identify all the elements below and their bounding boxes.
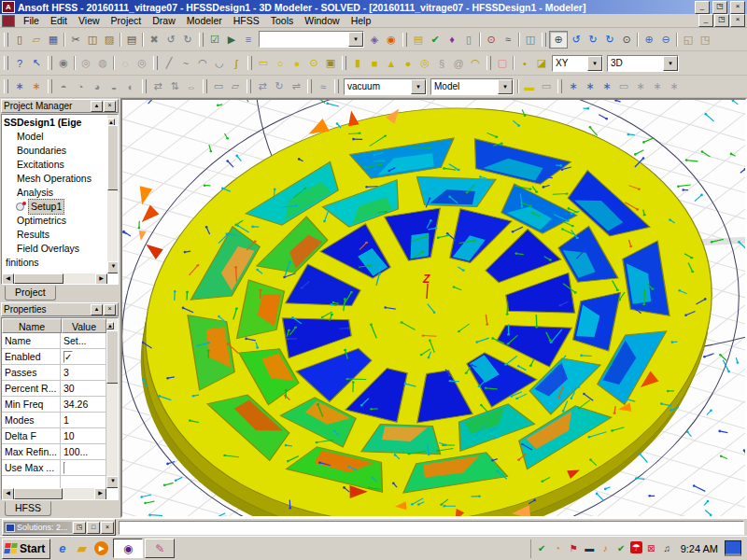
properties-collapse-button[interactable]: ▴ (91, 304, 103, 315)
properties-title-bar[interactable]: Properties ▴ × (1, 302, 119, 316)
show-selection-icon[interactable]: ◍ (94, 55, 111, 71)
hide-all-icon[interactable]: ◌ (117, 55, 134, 71)
modeler-3d-viewport[interactable]: Z (120, 98, 747, 518)
toolbar-grip[interactable] (153, 56, 158, 70)
draw-ellipse-icon[interactable]: ○ (272, 55, 289, 71)
drawing-plane-combo[interactable]: XY▾ (552, 55, 603, 72)
new-icon[interactable]: ▯ (11, 32, 28, 48)
draw-oval-icon[interactable]: ⊙ (305, 55, 322, 71)
cs-view-icon[interactable]: ▭ (615, 78, 632, 94)
toolbar-grip[interactable] (48, 79, 52, 93)
menu-hfss[interactable]: HFSS (228, 15, 265, 26)
internet-explorer-icon[interactable]: e (53, 539, 71, 557)
align-y-icon[interactable]: ⇅ (166, 78, 183, 94)
zoom-in-icon[interactable]: ⊕ (641, 32, 657, 48)
property-row-enabled[interactable]: Enabled✓ (2, 349, 106, 365)
mdi-restore-button[interactable]: ◳ (714, 14, 729, 27)
intersect-icon[interactable]: ◕ (89, 78, 106, 94)
draw-spiral-icon[interactable]: @ (450, 55, 467, 71)
view-orientation-combo[interactable]: 3D▾ (607, 55, 679, 72)
toolbar-grip[interactable] (4, 79, 8, 93)
menu-file[interactable]: File (18, 15, 45, 26)
properties-header-name[interactable]: Name (2, 318, 62, 333)
non-model-object-icon[interactable]: ▢ (494, 55, 511, 71)
draw-region-icon[interactable]: ▣ (322, 55, 339, 71)
properties-hscrollbar[interactable]: ◀▶ (2, 488, 106, 499)
material-combo[interactable]: vacuum▾ (344, 78, 427, 95)
minimize-button[interactable]: _ (695, 1, 710, 14)
mdi-document-icon[interactable] (2, 15, 15, 27)
draw-sphere-icon[interactable]: ● (400, 55, 416, 71)
solution-setup-combo-dropdown-arrow[interactable]: ▾ (348, 32, 363, 47)
duplicate-line-icon[interactable]: ⇄ (254, 78, 271, 94)
mirror-icon[interactable]: ⇔ (183, 78, 200, 94)
solutions-minimized-window[interactable]: Solutions: 2... ◳ □ × (2, 519, 116, 536)
pan-icon[interactable]: ⊕ (549, 31, 568, 49)
volume-icon[interactable]: ♫ (660, 541, 674, 555)
solution-data-icon[interactable]: ▯ (460, 32, 477, 48)
cs-create-icon[interactable]: ∗ (565, 78, 582, 94)
wireframe-display-icon[interactable]: ▭ (538, 78, 555, 94)
toolbar-grip[interactable] (307, 79, 312, 93)
toolbar-grip[interactable] (142, 79, 147, 93)
zoom-window-icon[interactable]: ◱ (680, 32, 697, 48)
delete-icon[interactable]: ✖ (146, 32, 162, 48)
material-combo-dropdown-arrow[interactable]: ▾ (411, 79, 426, 94)
undo-icon[interactable]: ↺ (162, 32, 179, 48)
rotate-model-icon[interactable]: ↺ (568, 32, 585, 48)
show-all-icon[interactable]: ◎ (134, 55, 150, 71)
tree-item-optimetrics[interactable]: Optimetrics (4, 214, 106, 228)
explorer-folder-icon[interactable]: ▰ (73, 539, 91, 557)
property-row-use-max-[interactable]: Use Max ... (2, 460, 106, 476)
menu-project[interactable]: Project (106, 15, 148, 26)
redo-icon[interactable]: ↻ (179, 32, 196, 48)
property-value[interactable] (61, 460, 106, 476)
property-checkbox[interactable]: ✓ (63, 351, 73, 363)
property-row-modes[interactable]: Modes1 (2, 413, 106, 428)
solution-setup-combo[interactable]: ▾ (259, 31, 364, 48)
property-row-min-freq[interactable]: Min Freq34.26 (2, 397, 106, 413)
draw-rectangle-icon[interactable]: ▭ (255, 55, 272, 71)
menu-draw[interactable]: Draw (147, 15, 181, 26)
tree-item-results[interactable]: Results (4, 228, 106, 242)
model-combo[interactable]: Model▾ (430, 78, 514, 95)
project-tree-hscrollbar[interactable]: ◀▶ (2, 273, 107, 284)
windows-update-icon[interactable]: ◔ (551, 541, 565, 555)
fit-all-icon[interactable]: ◳ (697, 32, 713, 48)
close-button[interactable]: × (730, 1, 745, 14)
analyze-all-icon[interactable]: ▶ (223, 32, 240, 48)
toolbar-grip[interactable] (199, 33, 204, 47)
mdi-minimize-button[interactable]: _ (698, 14, 713, 27)
avira-icon[interactable]: ☂ (630, 541, 642, 553)
duplicate-around-axis-icon[interactable]: ↻ (271, 78, 288, 94)
zoom-out-icon[interactable]: ⊖ (657, 32, 674, 48)
draw-spline-icon[interactable]: ~ (177, 55, 194, 71)
safely-remove-hardware-icon[interactable]: ✔ (535, 541, 549, 555)
title-bar[interactable]: A Ansoft HFSS - 20160111_vitrage07 - HFS… (0, 0, 747, 14)
output-variables-icon[interactable]: ♦ (444, 32, 460, 48)
save-icon[interactable]: ▦ (45, 32, 62, 48)
draw-plane-icon[interactable]: ◪ (533, 55, 550, 71)
property-value[interactable]: 1 (61, 413, 106, 428)
toolbar-grip[interactable] (48, 56, 52, 70)
measure-position-icon[interactable]: ∗ (632, 78, 649, 94)
select-object-icon[interactable]: ∗ (11, 78, 28, 94)
validation-check-icon[interactable]: ☑ (206, 32, 223, 48)
solutions-maximize-button[interactable]: □ (87, 522, 100, 534)
clone-icon[interactable]: ▱ (227, 78, 244, 94)
solutions-close-button[interactable]: × (101, 522, 114, 534)
sweep-icon[interactable]: ≈ (315, 78, 331, 94)
select-face-icon[interactable]: ∗ (28, 78, 45, 94)
property-value[interactable]: ✓ (61, 349, 106, 365)
toolbar-grip[interactable] (542, 33, 546, 47)
rotate-axis-icon[interactable]: ↻ (585, 32, 601, 48)
project-manager-collapse-button[interactable]: ▴ (91, 101, 103, 112)
tab-hfss[interactable]: HFSS (5, 501, 51, 516)
print-icon[interactable]: ▤ (123, 32, 140, 48)
property-row-percent-r-[interactable]: Percent R...30 (2, 381, 106, 397)
property-value[interactable]: 10 (61, 428, 106, 444)
message-manager-icon[interactable]: ▤ (410, 32, 427, 48)
create-report-icon[interactable]: ≈ (500, 32, 516, 48)
duplicate-mirror-icon[interactable]: ⇌ (288, 78, 304, 94)
section-icon[interactable]: ▭ (210, 78, 227, 94)
